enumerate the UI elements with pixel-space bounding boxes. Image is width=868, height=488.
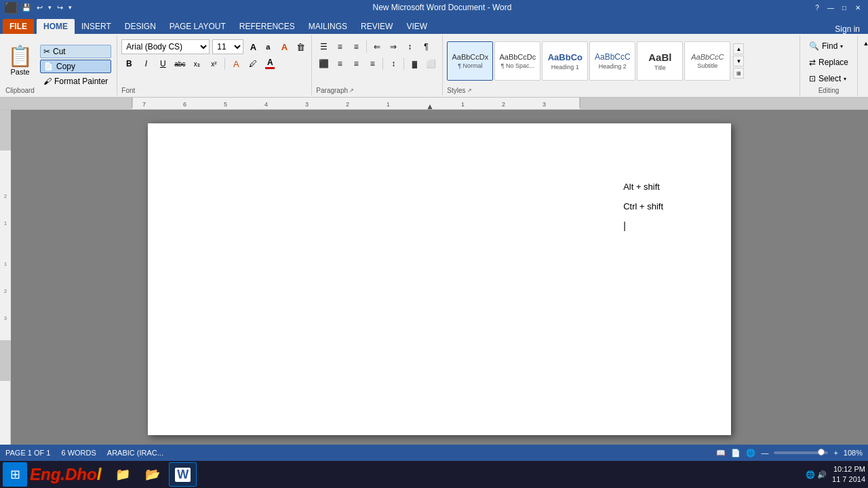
select-button[interactable]: ⊡ Select ▾: [804, 72, 853, 85]
styles-expand[interactable]: ⊞: [733, 68, 744, 79]
zoom-in-button[interactable]: +: [833, 449, 837, 457]
tab-view[interactable]: VIEW: [399, 19, 434, 34]
customize-qa-icon[interactable]: ▾: [67, 4, 73, 11]
increase-indent-button[interactable]: ⇒: [386, 39, 401, 54]
tab-home[interactable]: HOME: [37, 19, 75, 34]
tab-mailings[interactable]: MAILINGS: [302, 19, 354, 34]
sign-in-button[interactable]: Sign in: [829, 24, 865, 34]
save-icon[interactable]: 💾: [20, 3, 33, 12]
svg-rect-17: [0, 150, 11, 340]
ribbon-collapse-button[interactable]: ▲: [859, 37, 868, 50]
find-dropdown-icon[interactable]: ▾: [840, 43, 843, 49]
borders-button[interactable]: ⬜: [423, 56, 438, 71]
font-shrink-button[interactable]: a: [261, 40, 275, 54]
zoom-out-button[interactable]: —: [761, 449, 768, 457]
style-heading1-label: Heading 1: [551, 64, 579, 70]
start-button[interactable]: ⊞: [3, 462, 27, 487]
styles-scroll-up[interactable]: ▲: [733, 43, 744, 54]
undo-dropdown-icon[interactable]: ▾: [47, 4, 53, 11]
tab-file[interactable]: FILE: [3, 19, 34, 34]
minimize-button[interactable]: —: [825, 2, 837, 13]
font-name-select[interactable]: Arial (Body CS): [121, 39, 210, 54]
tab-insert[interactable]: INSERT: [75, 19, 118, 34]
superscript-button[interactable]: x²: [206, 56, 221, 71]
undo-icon[interactable]: ↩: [35, 3, 44, 12]
tab-references[interactable]: REFERENCES: [233, 19, 302, 34]
maximize-button[interactable]: □: [838, 2, 850, 13]
multilevel-button[interactable]: ≡: [349, 39, 363, 54]
taskbar-right: 🌐 🔊 10:12 PM 11 7 2014: [806, 464, 865, 485]
styles-scroll-buttons[interactable]: ▲ ▼ ⊞: [733, 43, 744, 79]
document-content: Alt + shift Ctrl + shift |: [623, 178, 663, 235]
highlight-color-button[interactable]: 🖊: [245, 56, 260, 71]
text-effects-button[interactable]: A: [229, 56, 243, 71]
font-size-select[interactable]: 11: [212, 39, 243, 54]
document-page[interactable]: Alt + shift Ctrl + shift |: [148, 123, 731, 435]
taskbar-folder[interactable]: 📂: [139, 462, 166, 487]
style-normal[interactable]: AaBbCcDx ¶ Normal: [447, 41, 493, 81]
style-title[interactable]: AaBl Title: [637, 41, 683, 81]
redo-icon[interactable]: ↪: [56, 3, 64, 12]
style-no-spacing[interactable]: AaBbCcDc ¶ No Spac...: [494, 41, 540, 81]
italic-button[interactable]: I: [138, 56, 153, 71]
svg-text:3: 3: [4, 315, 7, 321]
tab-page-layout[interactable]: PAGE LAYOUT: [163, 19, 233, 34]
format-painter-button[interactable]: 🖌 Format Painter: [40, 75, 111, 88]
change-case-button[interactable]: A: [277, 40, 291, 54]
taskbar-word[interactable]: W: [169, 462, 197, 487]
underline-button[interactable]: U: [155, 56, 170, 71]
line-spacing-button[interactable]: ↕: [386, 56, 401, 71]
quick-access-toolbar[interactable]: ⬛ 💾 ↩ ▾ ↪ ▾: [4, 1, 73, 14]
help-icon[interactable]: ?: [811, 2, 823, 13]
svg-text:2: 2: [4, 288, 7, 294]
zoom-level: 108%: [844, 449, 863, 457]
bold-button[interactable]: B: [121, 56, 136, 71]
decrease-indent-button[interactable]: ⇐: [370, 39, 384, 54]
style-subtitle-label: Subtitle: [697, 62, 717, 69]
taskbar-file-explorer[interactable]: 📁: [109, 462, 136, 487]
close-button[interactable]: ✕: [852, 2, 864, 13]
web-layout-button[interactable]: 🌐: [746, 449, 755, 458]
format-painter-label: Format Painter: [54, 77, 108, 86]
svg-text:1: 1: [387, 101, 390, 108]
select-dropdown-icon[interactable]: ▾: [844, 76, 846, 82]
font-grow-button[interactable]: A: [246, 40, 260, 54]
zoom-slider[interactable]: [774, 451, 828, 454]
paragraph-expand-icon[interactable]: ↗: [349, 87, 354, 94]
clear-format-button[interactable]: 🗑: [294, 40, 307, 54]
style-heading2[interactable]: AaBbCcC Heading 2: [589, 41, 635, 81]
sort-button[interactable]: ↕: [402, 39, 417, 54]
replace-button[interactable]: ⇄ Replace: [804, 56, 853, 69]
print-layout-button[interactable]: 📄: [731, 449, 741, 458]
strikethrough-button[interactable]: abc: [172, 56, 187, 71]
align-left-button[interactable]: ⬛: [316, 56, 331, 71]
align-center-button[interactable]: ≡: [332, 56, 347, 71]
font-color-button[interactable]: A: [262, 56, 277, 71]
cut-button[interactable]: ✂ Cut: [40, 45, 111, 58]
justify-button[interactable]: ≡: [365, 56, 380, 71]
svg-text:1: 1: [461, 101, 465, 108]
tab-review[interactable]: REVIEW: [354, 19, 399, 34]
find-button[interactable]: 🔍 Find ▾: [804, 39, 853, 53]
clipboard-section: 📋 Paste Clipboard ✂ Cut 📄 Copy 🖌 Forma: [0, 35, 117, 96]
copy-label: Copy: [56, 62, 75, 71]
tab-design[interactable]: DESIGN: [118, 19, 163, 34]
styles-scroll-down[interactable]: ▼: [733, 56, 744, 66]
paste-button[interactable]: 📋 Paste: [3, 43, 37, 79]
style-subtitle[interactable]: AaBbCcC Subtitle: [684, 41, 730, 81]
select-icon: ⊡: [809, 74, 816, 83]
bullets-button[interactable]: ☰: [316, 39, 331, 54]
paste-icon: 📋: [7, 46, 33, 66]
copy-button[interactable]: 📄 Copy: [40, 60, 111, 73]
subscript-button[interactable]: x₂: [189, 56, 204, 71]
show-hide-button[interactable]: ¶: [418, 39, 433, 54]
styles-expand-icon[interactable]: ↗: [467, 87, 472, 94]
shading-button[interactable]: ▓: [407, 56, 422, 71]
window-controls[interactable]: ? — □ ✕: [811, 2, 864, 13]
style-heading1[interactable]: AaBbCo Heading 1: [542, 41, 588, 81]
svg-text:2: 2: [346, 101, 349, 108]
style-nospacing-label: ¶ No Spac...: [501, 62, 534, 69]
read-mode-button[interactable]: 📖: [716, 449, 726, 458]
align-right-button[interactable]: ≡: [349, 56, 363, 71]
numbering-button[interactable]: ≡: [332, 39, 347, 54]
